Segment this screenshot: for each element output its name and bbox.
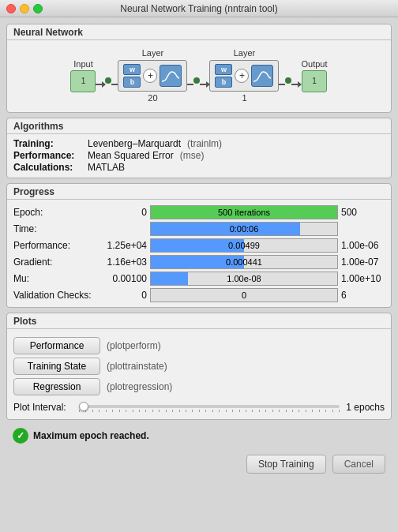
- output-box: 1: [302, 70, 327, 92]
- wb-block2: w b: [215, 64, 232, 88]
- plot-interval-value: 1 epochs: [346, 402, 385, 413]
- slider-tick: [139, 410, 140, 412]
- layer1-num: 20: [148, 93, 157, 103]
- input-box: 1: [70, 70, 96, 92]
- slider-tick: [179, 410, 180, 412]
- prog-label-0: Epoch:: [13, 207, 100, 218]
- plot-interval-label: Plot Interval:: [13, 402, 73, 413]
- w-box1: w: [123, 64, 141, 75]
- slider-tick: [166, 410, 167, 412]
- arrow6: [291, 84, 301, 85]
- slider-tick: [252, 410, 253, 412]
- output-label: Output: [301, 59, 327, 69]
- prog-min-5: 0: [103, 290, 147, 301]
- performance-label: Performance:: [13, 150, 84, 161]
- stop-training-button[interactable]: Stop Training: [246, 455, 326, 474]
- slider-tick: [286, 410, 287, 412]
- performance-value: Mean Squared Error: [88, 150, 174, 161]
- dot1: [105, 77, 111, 84]
- progress-row-2: Performance:1.25e+040.004991.00e-06: [13, 238, 385, 253]
- arrow2: [111, 84, 118, 85]
- b-box1: b: [123, 77, 141, 88]
- progress-row-1: Time:0:00:06: [13, 222, 385, 236]
- prog-bar-container-5: 0: [150, 288, 338, 302]
- plot-interval-row: Plot Interval:1 epochs: [13, 402, 385, 413]
- training-label: Training:: [13, 138, 84, 149]
- progress-row-3: Gradient:1.16e+030.0004411.00e-07: [13, 255, 385, 269]
- slider-tick: [112, 410, 113, 412]
- slider-tick: [259, 410, 260, 412]
- zoom-button[interactable]: [33, 4, 43, 13]
- input-label: Input: [73, 59, 92, 69]
- slider-tick: [186, 410, 186, 412]
- slider-tick: [192, 410, 193, 412]
- nn-diagram: Input 1 Layer w b +: [7, 40, 391, 107]
- window-title: Neural Network Training (nntrain tool): [120, 3, 277, 14]
- prog-min-3: 1.16e+03: [103, 257, 147, 268]
- slider-tick: [306, 410, 306, 412]
- arrow5: [279, 84, 285, 85]
- prog-min-0: 0: [103, 207, 147, 218]
- slider-tick: [312, 410, 313, 412]
- layer1-label: Layer: [142, 48, 164, 58]
- slider-tick: [232, 410, 233, 412]
- plot-button-2[interactable]: Regression: [13, 378, 100, 395]
- slider-tick: [99, 410, 100, 412]
- prog-bar-container-3: 0.000441: [150, 255, 338, 269]
- slider-tick: [219, 410, 220, 412]
- minimize-button[interactable]: [20, 4, 29, 13]
- progress-row-5: Validation Checks:006: [13, 288, 385, 302]
- slider-tick: [332, 410, 333, 412]
- prog-max-5: 6: [341, 290, 385, 301]
- training-row: Training: Levenberg–Marquardt (trainlm): [13, 138, 385, 149]
- slider-tick: [272, 410, 273, 412]
- plot-func-1: (plottrainstate): [107, 361, 167, 372]
- slider-tick: [292, 410, 293, 412]
- slider-container[interactable]: [79, 403, 340, 412]
- prog-bar-text-5: 0: [242, 290, 246, 300]
- sigmoid2: [251, 65, 273, 87]
- algorithms-title: Algorithms: [7, 118, 391, 134]
- calculations-row: Calculations: MATLAB: [13, 162, 385, 173]
- prog-bar-container-1: 0:00:06: [150, 222, 338, 236]
- plot-row-1: Training State(plottrainstate): [13, 358, 385, 375]
- prog-bar-text-3: 0.000441: [226, 257, 262, 267]
- status-message: Maximum epoch reached.: [33, 430, 149, 441]
- slider-tick: [325, 410, 326, 412]
- cancel-button[interactable]: Cancel: [332, 455, 385, 474]
- input-num: 1: [81, 77, 86, 85]
- slider-tick: [119, 410, 120, 412]
- sigmoid1: [160, 65, 182, 87]
- title-bar: Neural Network Training (nntrain tool): [0, 0, 398, 17]
- plot-button-1[interactable]: Training State: [13, 358, 100, 375]
- prog-label-5: Validation Checks:: [13, 290, 100, 301]
- output-num: 1: [312, 77, 317, 85]
- prog-bar-text-4: 1.00e-08: [227, 274, 261, 283]
- traffic-lights: [6, 4, 43, 13]
- close-button[interactable]: [6, 4, 16, 13]
- plot-button-0[interactable]: Performance: [13, 337, 100, 354]
- slider-tick: [339, 410, 340, 412]
- slider-tick: [172, 410, 173, 412]
- slider-tick: [226, 410, 227, 412]
- prog-label-3: Gradient:: [13, 257, 100, 268]
- arrow1: [96, 84, 105, 85]
- plots-title: Plots: [7, 313, 391, 329]
- neural-network-section: Neural Network Input 1 Layer: [6, 24, 392, 113]
- b-box2: b: [215, 77, 232, 88]
- slider-thumb[interactable]: [79, 402, 88, 411]
- prog-max-0: 500: [341, 207, 385, 218]
- prog-bar-text-1: 0:00:06: [230, 224, 259, 234]
- plot-row-0: Performance(plotperform): [13, 337, 385, 354]
- prog-bar-text-0: 500 iterations: [218, 208, 270, 217]
- slider-tick: [205, 410, 206, 412]
- layer2-label: Layer: [234, 48, 256, 58]
- slider-tick: [145, 410, 146, 412]
- arrow4: [200, 84, 209, 85]
- slider-tick: [265, 410, 266, 412]
- progress-rows: Epoch:0500 iterations500Time:0:00:06Perf…: [7, 200, 391, 307]
- calculations-label: Calculations:: [13, 162, 84, 173]
- progress-title: Progress: [7, 184, 391, 200]
- slider-tick: [106, 410, 107, 412]
- layer1-block: Layer w b + 20: [118, 48, 187, 103]
